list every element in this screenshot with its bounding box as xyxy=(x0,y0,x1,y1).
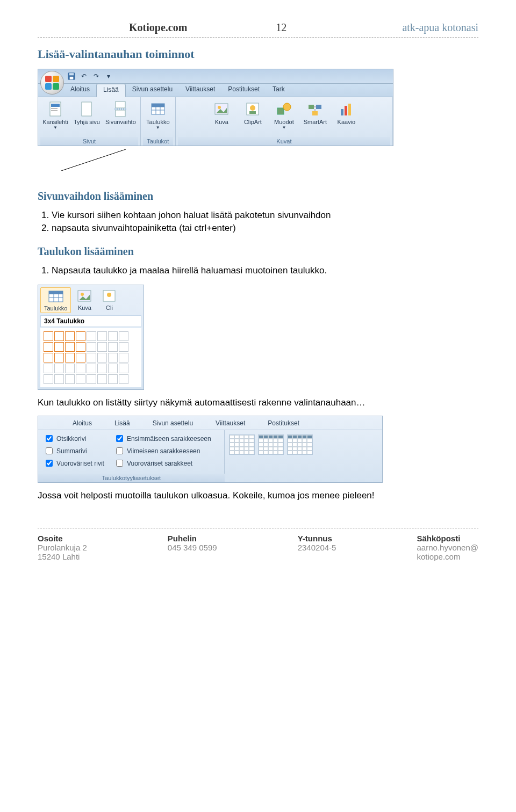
panel-kuva-button[interactable]: Kuva xyxy=(73,287,96,313)
grid-cell[interactable] xyxy=(76,331,85,341)
table-style-swatch[interactable] xyxy=(229,434,255,455)
grid-cell[interactable] xyxy=(119,364,128,373)
taulukko-button[interactable]: Taulukko▼ xyxy=(143,99,173,131)
grid-cell[interactable] xyxy=(119,342,128,352)
tab-postitukset[interactable]: Postitukset xyxy=(261,418,306,430)
grid-cell[interactable] xyxy=(97,374,107,384)
tyhja-sivu-button[interactable]: Tyhjä sivu xyxy=(71,99,102,131)
table-size-grid[interactable] xyxy=(40,328,141,387)
smartart-button[interactable]: SmartArt xyxy=(300,99,330,131)
office-button[interactable] xyxy=(40,71,64,95)
group-label: Kuvat xyxy=(178,137,390,146)
group-taulukot: Taulukko▼ Taulukot xyxy=(141,97,176,146)
kaavio-button[interactable]: Kaavio xyxy=(331,99,361,131)
grid-cell[interactable] xyxy=(97,342,107,352)
grid-cell[interactable] xyxy=(54,364,64,373)
grid-cell[interactable] xyxy=(119,331,128,341)
table-styles-gallery[interactable] xyxy=(225,430,317,482)
sub2-list: Napsauta taulukko ja maalaa hiirellä hal… xyxy=(52,265,478,276)
grid-cell[interactable] xyxy=(54,374,64,384)
save-icon[interactable] xyxy=(66,71,77,82)
grid-cell[interactable] xyxy=(76,353,85,363)
checkbox[interactable] xyxy=(116,447,123,454)
tab-lisaa[interactable]: Lisää xyxy=(96,84,126,97)
grid-cell[interactable] xyxy=(87,364,96,373)
grid-cell[interactable] xyxy=(65,374,75,384)
grid-cell[interactable] xyxy=(54,342,64,352)
grid-cell[interactable] xyxy=(108,353,118,363)
tab-viittaukset[interactable]: Viittaukset xyxy=(209,418,252,430)
grid-cell[interactable] xyxy=(65,353,75,363)
grid-cell[interactable] xyxy=(44,353,53,363)
grid-cell[interactable] xyxy=(44,374,53,384)
muodot-button[interactable]: Muodot▼ xyxy=(269,99,299,131)
redo-icon[interactable]: ↷ xyxy=(91,71,102,82)
grid-cell[interactable] xyxy=(97,331,107,341)
checkbox[interactable] xyxy=(116,435,123,442)
checkbox-option[interactable]: Ensimmäiseen sarakkeeseen xyxy=(114,433,211,444)
value: kotiope.com xyxy=(417,552,478,561)
grid-cell[interactable] xyxy=(44,364,53,373)
sivunvaihto-button[interactable]: Sivunvaihto xyxy=(103,99,138,131)
checkbox[interactable] xyxy=(116,460,123,467)
grid-cell[interactable] xyxy=(87,342,96,352)
checkbox-option[interactable]: Vuoroväriset sarakkeet xyxy=(114,458,211,468)
grid-cell[interactable] xyxy=(108,331,118,341)
value: 2340204-5 xyxy=(298,543,336,552)
shapes-icon xyxy=(275,100,292,118)
grid-cell[interactable] xyxy=(65,331,75,341)
undo-icon[interactable]: ↶ xyxy=(78,71,89,82)
checkbox-option[interactable]: Vuoroväriset rivit xyxy=(44,458,104,468)
grid-cell[interactable] xyxy=(108,364,118,373)
tab-postitukset[interactable]: Postitukset xyxy=(221,84,266,97)
grid-cell[interactable] xyxy=(97,353,107,363)
grid-cell[interactable] xyxy=(87,353,96,363)
grid-cell[interactable] xyxy=(76,374,85,384)
panel-taulukko-button[interactable]: Taulukko xyxy=(40,287,71,313)
picture-icon xyxy=(76,288,92,303)
kuva-button[interactable]: Kuva xyxy=(206,99,236,131)
grid-cell[interactable] xyxy=(108,342,118,352)
grid-cell[interactable] xyxy=(87,374,96,384)
tab-lisaa[interactable]: Lisää xyxy=(108,418,137,430)
grid-cell[interactable] xyxy=(44,342,53,352)
tab-sivun-asettelu[interactable]: Sivun asettelu xyxy=(146,418,199,430)
checkbox-option[interactable]: Viimeiseen sarakkeeseen xyxy=(114,446,211,456)
chart-icon xyxy=(338,100,355,118)
grid-cell[interactable] xyxy=(76,342,85,352)
page-footer: Osoite Purolankuja 2 15240 Lahti Puhelin… xyxy=(38,528,478,561)
grid-size-label: 3x4 Taulukko xyxy=(40,315,141,327)
grid-cell[interactable] xyxy=(119,374,128,384)
kansilehti-button[interactable]: Kansilehti▼ xyxy=(40,99,70,131)
value: 15240 Lahti xyxy=(38,552,87,561)
grid-cell[interactable] xyxy=(108,374,118,384)
table-style-swatch[interactable] xyxy=(287,434,313,455)
checkbox[interactable] xyxy=(46,447,53,454)
checkbox[interactable] xyxy=(46,435,53,442)
grid-cell[interactable] xyxy=(87,331,96,341)
tab-aloitus[interactable]: Aloitus xyxy=(64,84,96,97)
tab-tarkista[interactable]: Tark xyxy=(266,84,291,97)
qat-dropdown-icon[interactable]: ▾ xyxy=(103,71,114,82)
callout-line xyxy=(61,149,158,171)
checkbox-option[interactable]: Otsikkorivi xyxy=(44,433,104,444)
grid-cell[interactable] xyxy=(65,364,75,373)
tab-sivun-asettelu[interactable]: Sivun asettelu xyxy=(126,84,179,97)
grid-cell[interactable] xyxy=(76,364,85,373)
tab-aloitus[interactable]: Aloitus xyxy=(66,418,98,430)
checkbox[interactable] xyxy=(46,460,53,467)
table-style-swatch[interactable] xyxy=(258,434,284,455)
grid-cell[interactable] xyxy=(97,364,107,373)
grid-cell[interactable] xyxy=(54,331,64,341)
tab-viittaukset[interactable]: Viittaukset xyxy=(179,84,221,97)
sub2-heading: Taulukon lisääminen xyxy=(38,245,478,258)
grid-cell[interactable] xyxy=(44,331,53,341)
clipart-button[interactable]: ClipArt xyxy=(238,99,268,131)
panel-clipart-button[interactable]: Cli xyxy=(98,287,120,313)
grid-cell[interactable] xyxy=(65,342,75,352)
checkbox-option[interactable]: Summarivi xyxy=(44,446,104,456)
grid-cell[interactable] xyxy=(119,353,128,363)
grid-cell[interactable] xyxy=(54,353,64,363)
clipart-icon xyxy=(244,100,261,118)
svg-rect-26 xyxy=(316,105,321,109)
